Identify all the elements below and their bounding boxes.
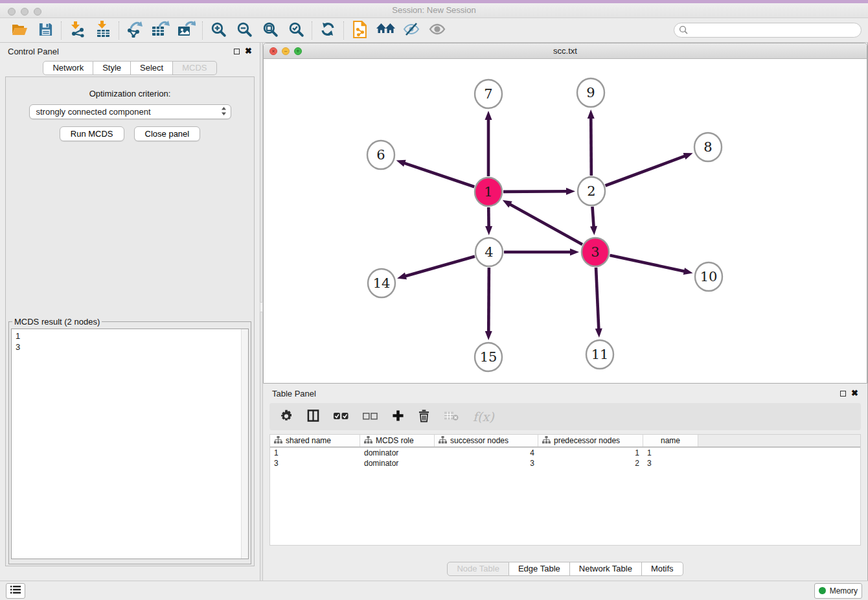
graph-edge-4-14[interactable] [405,257,475,277]
tab-node-table[interactable]: Node Table [447,562,509,576]
graph-node-label: 14 [373,275,391,291]
cell-shared-name[interactable]: 3 [270,458,360,468]
mcds-result-list[interactable]: 1 3 [11,329,249,559]
tab-motifs[interactable]: Motifs [642,562,683,576]
column-header-shared-name[interactable]: shared name [270,435,360,446]
close-panel-button[interactable]: Close panel [134,126,201,141]
delete-column-button[interactable] [418,410,429,424]
zoom-in-button[interactable] [205,20,231,41]
network-graph[interactable]: 7968124314101511 [264,59,867,383]
export-table-button[interactable] [148,20,174,41]
graph-edge-4-15[interactable] [488,268,489,332]
zoom-out-button[interactable] [231,20,257,41]
network-minimize-button[interactable]: − [282,47,290,55]
minimize-window-button[interactable] [21,8,29,16]
graph-edge-2-3[interactable] [592,207,593,227]
homes-button[interactable] [372,20,398,41]
network-document-button[interactable] [347,20,372,41]
network-maximize-button[interactable]: + [294,47,302,55]
cell-successor-nodes[interactable]: 3 [435,458,538,468]
tab-edge-table[interactable]: Edge Table [509,562,570,576]
graph-edge-2-8[interactable] [606,156,686,185]
show-hidden-button[interactable] [424,20,450,41]
export-image-button[interactable] [174,20,200,41]
export-image-icon [177,21,196,40]
cell-mcds-role[interactable]: dominator [360,448,435,458]
function-builder-button[interactable]: f(x) [473,410,494,424]
add-column-button[interactable] [392,410,404,424]
tab-select[interactable]: Select [131,61,173,75]
refresh-view-button[interactable] [315,20,341,41]
column-header-successor-nodes[interactable]: successor nodes [435,435,538,446]
export-network-icon [126,21,143,40]
column-header-name[interactable]: name [643,435,698,446]
memory-button[interactable]: Memory [814,583,862,599]
close-panel-icon[interactable]: ✖ [245,48,252,54]
graph-edge-arrowhead [590,226,597,235]
column-header-predecessor-nodes[interactable]: predecessor nodes [538,435,643,446]
column-header-mcds-role[interactable]: MCDS role [360,435,435,446]
table-settings-button[interactable] [280,410,293,424]
save-session-button[interactable] [32,20,58,41]
graph-edge-3-10[interactable] [610,255,685,271]
graph-edge-arrowhead [683,268,693,275]
zoom-out-icon [236,21,253,40]
column-label: successor nodes [450,436,508,445]
float-panel-icon[interactable] [234,49,240,54]
fx-icon: f(x) [473,410,494,424]
network-canvas[interactable]: 7968124314101511 [264,59,867,383]
import-table-button[interactable] [90,20,116,41]
node-table-header: shared name MCDS role successor nodes pr… [270,435,860,448]
float-table-panel-icon[interactable] [840,391,846,397]
graph-edge-1-2[interactable] [503,191,567,192]
tab-network-table[interactable]: Network Table [570,562,642,576]
zoom-selected-button[interactable] [283,20,309,41]
cell-shared-name[interactable]: 1 [270,448,360,458]
select-all-columns-button[interactable] [334,412,348,422]
tab-mcds[interactable]: MCDS [173,61,216,75]
tab-network[interactable]: Network [43,61,93,75]
mcds-tab-content: Optimization criterion: strongly connect… [5,76,255,566]
cell-predecessor-nodes[interactable]: 1 [538,448,643,458]
maximize-window-button[interactable] [34,8,41,16]
open-session-button[interactable] [6,20,32,41]
graph-node-label: 10 [700,269,718,284]
task-history-button[interactable] [6,583,25,599]
hide-selected-button[interactable] [398,20,424,41]
result-scrollbar[interactable] [241,329,248,559]
close-window-button[interactable] [8,8,16,16]
shared-column-icon [274,436,282,446]
show-columns-button[interactable] [307,410,319,424]
cell-predecessor-nodes[interactable]: 2 [538,458,643,468]
mcds-result-fieldset: MCDS result (2 nodes) 1 3 [8,317,251,564]
close-table-panel-icon[interactable]: ✖ [851,390,858,397]
toolbar-separator [312,21,312,40]
graph-edge-3-1[interactable] [509,204,582,245]
cell-name[interactable]: 3 [643,458,698,468]
delete-table-button[interactable] [444,410,459,423]
network-window-titlebar[interactable]: × − + scc.txt [264,43,867,59]
cell-mcds-role[interactable]: dominator [360,458,435,468]
export-network-button[interactable] [122,20,148,41]
zoom-fit-icon [262,21,279,40]
search-input[interactable] [674,23,862,38]
graph-edge-3-11[interactable] [596,268,599,330]
graph-edge-1-6[interactable] [404,163,474,187]
table-row[interactable]: 1 dominator 4 1 1 [270,448,860,458]
import-network-button[interactable] [64,20,90,41]
graph-edge-2-9[interactable] [591,117,591,176]
cell-successor-nodes[interactable]: 4 [435,448,538,458]
window-controls [8,8,41,16]
run-mcds-button[interactable]: Run MCDS [60,126,124,141]
window-title: Session: New Session [0,3,868,17]
zoom-fit-button[interactable] [257,20,283,41]
network-close-button[interactable]: × [269,47,277,55]
tab-style[interactable]: Style [93,61,131,75]
deselect-all-columns-button[interactable] [363,412,378,422]
list-icon [10,585,21,596]
gear-icon [280,410,293,424]
graph-edge-arrowhead [566,188,575,195]
table-row[interactable]: 3 dominator 3 2 3 [270,458,860,468]
cell-name[interactable]: 1 [643,448,698,458]
optimization-criterion-select[interactable]: strongly connected component [29,104,231,119]
